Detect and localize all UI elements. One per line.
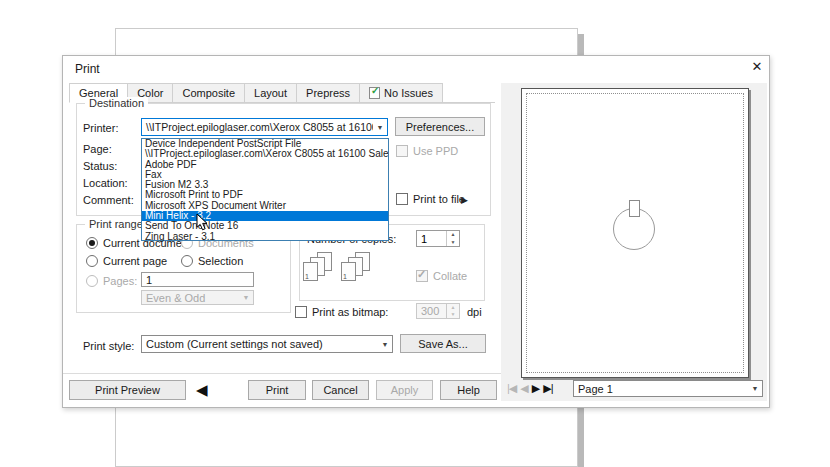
page-selector-combobox[interactable]: Page 1 ▼ <box>573 380 763 397</box>
printer-option[interactable]: Send To OneNote 16 <box>142 221 388 231</box>
collapse-preview-icon[interactable]: ◀ <box>196 380 208 400</box>
use-ppd-checkbox-box <box>396 145 408 157</box>
bitmap-dpi-stepper: ▲▼ <box>416 303 460 319</box>
next-page-icon[interactable]: ▶ <box>532 380 539 397</box>
destination-legend: Destination <box>85 97 148 109</box>
print-to-file-flyout-icon[interactable]: ▶ <box>461 195 468 205</box>
print-dialog: Print ✕ General Color Composite Layout P… <box>62 55 770 408</box>
footer-separator <box>63 373 501 374</box>
printer-dropdown-list: Device Independent PostScript File \\ITP… <box>141 138 389 241</box>
save-as-button[interactable]: Save As... <box>400 334 486 353</box>
last-page-icon[interactable]: ▶| <box>543 380 552 397</box>
copies-spin-buttons[interactable]: ▲▼ <box>446 231 459 246</box>
preview-page <box>521 88 749 378</box>
comment-label: Comment: <box>83 194 134 206</box>
print-preview-button[interactable]: Print Preview <box>69 380 186 400</box>
printer-option[interactable]: Device Independent PostScript File <box>142 139 388 149</box>
printer-option[interactable]: Adobe PDF <box>142 160 388 170</box>
print-range-legend: Print range <box>85 218 147 230</box>
even-odd-combobox: Even & Odd ▼ <box>141 290 254 305</box>
pages-input[interactable] <box>141 272 254 287</box>
ornament-tab-shape <box>629 200 640 217</box>
previous-page-icon: ◀ <box>520 380 527 397</box>
print-button[interactable]: Print <box>248 380 306 400</box>
bitmap-dpi-value <box>417 304 446 318</box>
apply-button: Apply <box>376 380 433 400</box>
radio-current-page[interactable]: Current page <box>86 255 167 267</box>
radio-selection-dot[interactable] <box>181 255 193 267</box>
status-label: Status: <box>83 160 117 172</box>
dialog-title: Print <box>75 62 100 76</box>
use-ppd-checkbox: Use PPD <box>396 145 458 157</box>
no-issues-check-icon <box>369 87 380 99</box>
chevron-down-icon[interactable]: ▼ <box>373 124 387 131</box>
printer-label: Printer: <box>83 122 118 134</box>
print-as-bitmap-checkbox[interactable]: Print as bitmap: <box>295 306 388 318</box>
printer-option[interactable]: \\ITProject.epiloglaser.com\Xerox C8055 … <box>142 149 388 159</box>
printer-option[interactable]: Fax <box>142 170 388 180</box>
first-page-icon: |◀ <box>507 380 516 397</box>
spin-down-icon[interactable]: ▼ <box>447 239 459 247</box>
location-label: Location: <box>83 177 128 189</box>
copies-stepper[interactable]: ▲▼ <box>416 230 460 247</box>
spin-down-icon: ▼ <box>447 311 459 318</box>
preview-panel: |◀ ◀ ▶ ▶| Page 1 ▼ <box>501 83 767 401</box>
printer-option[interactable]: Microsoft XPS Document Writer <box>142 201 388 211</box>
dpi-unit-label: dpi <box>467 306 482 318</box>
mouse-cursor-icon <box>196 213 209 232</box>
chevron-down-icon: ▼ <box>239 294 253 301</box>
collate-pages-icon: 3 2 1 <box>303 252 337 286</box>
collate-checkbox-box <box>416 270 428 282</box>
tab-prepress[interactable]: Prepress <box>297 83 360 103</box>
print-to-file-checkbox-box[interactable] <box>396 193 408 205</box>
tab-no-issues[interactable]: No Issues <box>360 83 443 103</box>
tab-composite[interactable]: Composite <box>173 83 245 103</box>
printer-option[interactable]: Zing Laser - 3.1 <box>142 232 388 242</box>
radio-current-page-dot[interactable] <box>86 255 98 267</box>
cancel-button[interactable]: Cancel <box>312 380 369 400</box>
app-background: Print ✕ General Color Composite Layout P… <box>0 0 830 467</box>
print-to-file-checkbox[interactable]: Print to file <box>396 193 465 205</box>
radio-pages-dot <box>86 275 98 287</box>
radio-current-document-dot[interactable] <box>86 237 98 249</box>
printer-combobox[interactable]: \\ITProject.epiloglaser.com\Xerox C8055 … <box>141 118 388 136</box>
print-style-combobox[interactable]: Custom (Current settings not saved) ▼ <box>141 335 393 353</box>
help-button[interactable]: Help <box>440 380 497 400</box>
tab-layout[interactable]: Layout <box>245 83 297 103</box>
collate-pages-icon: 3 2 1 <box>341 252 375 286</box>
spin-up-icon[interactable]: ▲ <box>447 231 459 239</box>
dpi-spin-buttons: ▲▼ <box>446 304 459 318</box>
printer-option[interactable]: Fusion M2 3.3 <box>142 180 388 190</box>
preferences-button[interactable]: Preferences... <box>395 117 485 136</box>
page-label: Page: <box>83 143 112 155</box>
print-style-label: Print style: <box>83 340 134 352</box>
print-as-bitmap-checkbox-box[interactable] <box>295 306 307 318</box>
page-navigation: |◀ ◀ ▶ ▶| <box>507 380 553 397</box>
copies-value[interactable] <box>417 231 446 246</box>
radio-selection[interactable]: Selection <box>181 255 243 267</box>
printer-option[interactable]: Microsoft Print to PDF <box>142 190 388 200</box>
close-icon[interactable]: ✕ <box>749 59 765 75</box>
printer-option-highlighted[interactable]: Mini Helix - 3.2 <box>142 211 388 221</box>
chevron-down-icon[interactable]: ▼ <box>748 385 762 392</box>
chevron-down-icon[interactable]: ▼ <box>378 341 392 348</box>
radio-pages: Pages: <box>86 275 137 287</box>
collate-checkbox: Collate <box>416 270 467 282</box>
spin-up-icon: ▲ <box>447 304 459 311</box>
